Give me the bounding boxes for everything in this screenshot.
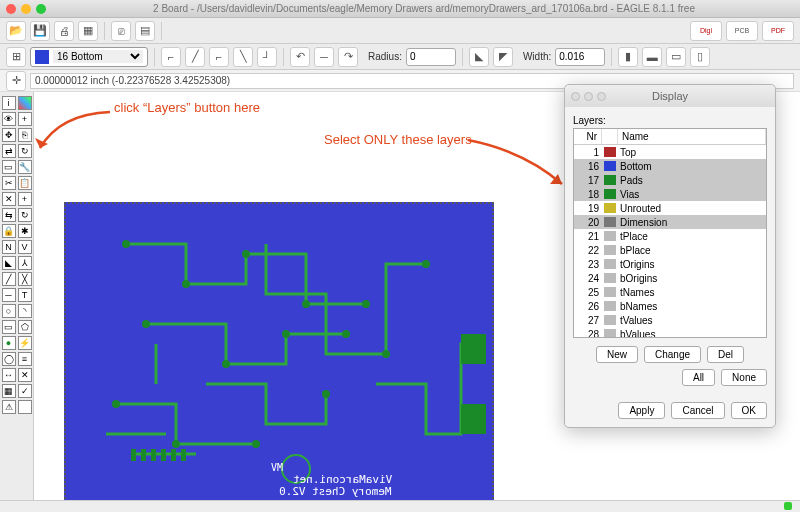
miter-tool[interactable]: ◣ <box>2 256 16 270</box>
all-button[interactable]: All <box>682 369 715 386</box>
change-tool[interactable]: 🔧 <box>18 160 32 174</box>
ok-button[interactable]: OK <box>731 402 767 419</box>
layer-row[interactable]: 26bNames <box>574 299 766 313</box>
copy-tool[interactable]: ⎘ <box>18 128 32 142</box>
miter-1-icon[interactable]: ◣ <box>469 47 489 67</box>
radius-input[interactable] <box>406 48 456 66</box>
change-button[interactable]: Change <box>644 346 701 363</box>
open-button[interactable]: 📂 <box>6 21 26 41</box>
polygon-tool[interactable]: ⬠ <box>18 320 32 334</box>
pcb-logo: MV <box>271 462 283 473</box>
layer-selector[interactable]: 16 Bottom <box>30 47 148 67</box>
cursor-origin-icon[interactable]: ✛ <box>6 71 26 91</box>
grid-button[interactable]: ⊞ <box>6 47 26 67</box>
layer-row[interactable]: 23tOrigins <box>574 257 766 271</box>
circle-tool[interactable]: ○ <box>2 304 16 318</box>
layer-dropdown[interactable]: 16 Bottom <box>53 50 143 63</box>
zoom-icon[interactable] <box>36 4 46 14</box>
arc-cw-icon[interactable]: ↶ <box>290 47 310 67</box>
layer-row[interactable]: 18Vias <box>574 187 766 201</box>
mirror-tool[interactable]: ⇄ <box>2 144 16 158</box>
dialog-close-icon[interactable] <box>571 92 580 101</box>
value-tool[interactable]: V <box>18 240 32 254</box>
svg-point-5 <box>142 320 150 328</box>
layer-row[interactable]: 25tNames <box>574 285 766 299</box>
mark-tool[interactable]: + <box>18 112 32 126</box>
board-button[interactable]: ▤ <box>135 21 155 41</box>
del-button[interactable]: Del <box>707 346 744 363</box>
lock-tool[interactable]: 🔒 <box>2 224 16 238</box>
erc-tool[interactable]: ✓ <box>18 384 32 398</box>
arc-tool[interactable]: ◝ <box>18 304 32 318</box>
layer-row[interactable]: 16Bottom <box>574 159 766 173</box>
cam-button[interactable]: ▦ <box>78 21 98 41</box>
wire-tool[interactable]: ─ <box>2 288 16 302</box>
save-button[interactable]: 💾 <box>30 21 50 41</box>
dialog-min-icon[interactable] <box>584 92 593 101</box>
layer-row[interactable]: 1Top <box>574 145 766 159</box>
cancel-button[interactable]: Cancel <box>671 402 724 419</box>
ripup-tool[interactable]: ╳ <box>18 272 32 286</box>
wire-bend-2[interactable]: ╱ <box>185 47 205 67</box>
wire-bend-5[interactable]: ┘ <box>257 47 277 67</box>
attribute-tool[interactable]: ≡ <box>18 352 32 366</box>
layer-row[interactable]: 20Dimension <box>574 215 766 229</box>
layers-button[interactable] <box>18 96 32 110</box>
layer-row[interactable]: 28bValues <box>574 327 766 338</box>
style-1[interactable]: ▮ <box>618 47 638 67</box>
move-tool[interactable]: ✥ <box>2 128 16 142</box>
pcb-quote-button[interactable]: PCB <box>726 21 758 41</box>
minimize-icon[interactable] <box>21 4 31 14</box>
replace-tool[interactable]: ↻ <box>18 208 32 222</box>
schematic-button[interactable]: ⎚ <box>111 21 131 41</box>
svg-rect-19 <box>141 449 146 461</box>
style-2[interactable]: ▬ <box>642 47 662 67</box>
layer-row[interactable]: 17Pads <box>574 173 766 187</box>
errors-tool[interactable]: ⚠ <box>2 400 16 414</box>
wire-bend-1[interactable]: ⌐ <box>161 47 181 67</box>
dialog-max-icon[interactable] <box>597 92 606 101</box>
wire-bend-3[interactable]: ⌐ <box>209 47 229 67</box>
none-button[interactable]: None <box>721 369 767 386</box>
auto-tool[interactable]: ▦ <box>2 384 16 398</box>
smash-tool[interactable]: ✱ <box>18 224 32 238</box>
name-tool[interactable]: N <box>2 240 16 254</box>
pdf-3d-button[interactable]: PDF <box>762 21 794 41</box>
style-3[interactable]: ▭ <box>666 47 686 67</box>
wire-bend-4[interactable]: ╲ <box>233 47 253 67</box>
dimension-tool[interactable]: ↔ <box>2 368 16 382</box>
add-tool[interactable]: + <box>18 192 32 206</box>
miter-2-icon[interactable]: ◤ <box>493 47 513 67</box>
layer-row[interactable]: 22bPlace <box>574 243 766 257</box>
ratsnest-tool[interactable]: ✕ <box>18 368 32 382</box>
show-tool[interactable]: 👁 <box>2 112 16 126</box>
arc-ccw-icon[interactable]: ↷ <box>338 47 358 67</box>
route-tool[interactable]: ╱ <box>2 272 16 286</box>
rotate-tool[interactable]: ↻ <box>18 144 32 158</box>
split-tool[interactable]: ⅄ <box>18 256 32 270</box>
cut-tool[interactable]: ✂ <box>2 176 16 190</box>
width-input[interactable] <box>555 48 605 66</box>
layers-table[interactable]: Nr Name 1Top16Bottom17Pads18Vias19Unrout… <box>573 128 767 338</box>
print-button[interactable]: 🖨 <box>54 21 74 41</box>
paste-tool[interactable]: 📋 <box>18 176 32 190</box>
signal-tool[interactable]: ⚡ <box>18 336 32 350</box>
text-tool[interactable]: T <box>18 288 32 302</box>
digikey-button[interactable]: Digi <box>690 21 722 41</box>
style-4[interactable]: ▯ <box>690 47 710 67</box>
rect-tool[interactable]: ▭ <box>2 320 16 334</box>
group-tool[interactable]: ▭ <box>2 160 16 174</box>
pinswap-tool[interactable]: ⇆ <box>2 208 16 222</box>
layer-row[interactable]: 19Unrouted <box>574 201 766 215</box>
layer-row[interactable]: 21tPlace <box>574 229 766 243</box>
layer-row[interactable]: 24bOrigins <box>574 271 766 285</box>
close-icon[interactable] <box>6 4 16 14</box>
via-tool[interactable]: ● <box>2 336 16 350</box>
apply-button[interactable]: Apply <box>618 402 665 419</box>
info-tool[interactable]: i <box>2 96 16 110</box>
new-button[interactable]: New <box>596 346 638 363</box>
delete-tool[interactable]: ✕ <box>2 192 16 206</box>
arc-straight-icon[interactable]: ─ <box>314 47 334 67</box>
layer-row[interactable]: 27tValues <box>574 313 766 327</box>
hole-tool[interactable]: ◯ <box>2 352 16 366</box>
